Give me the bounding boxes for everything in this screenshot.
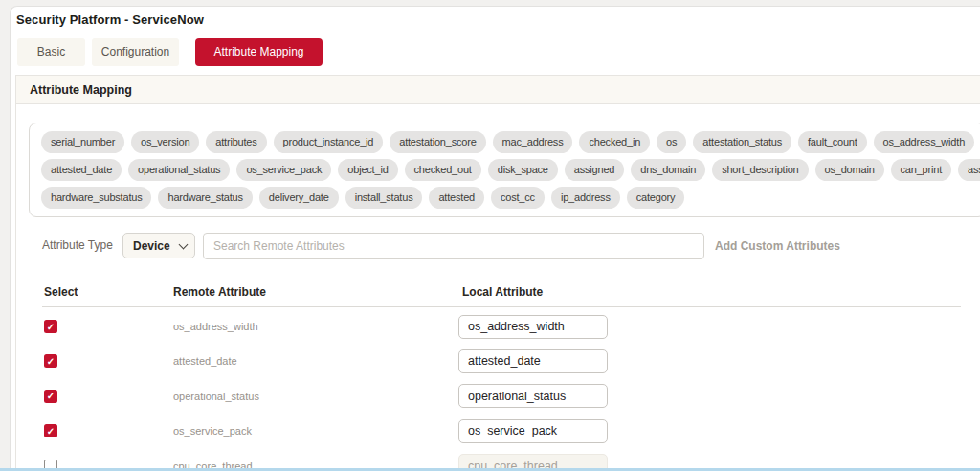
attribute-chip[interactable]: os_version: [131, 131, 199, 153]
attribute-chip[interactable]: dns_domain: [631, 159, 705, 181]
attribute-type-separator: :: [108, 233, 111, 258]
table-row: operational_status: [16, 379, 973, 414]
row-checkbox-checked[interactable]: [44, 320, 57, 333]
column-header-remote-attribute: Remote Attribute: [173, 285, 266, 299]
attribute-chip[interactable]: operational_status: [128, 159, 230, 181]
local-attribute-input[interactable]: [458, 384, 608, 408]
attribute-chip[interactable]: hardware_status: [158, 187, 252, 209]
column-header-select: Select: [44, 285, 78, 299]
table-row: os_service_pack: [16, 414, 973, 448]
mapping-rows: os_address_widthattested_dateoperational…: [16, 309, 973, 471]
attribute-chip[interactable]: attributes: [206, 131, 266, 153]
attribute-chip[interactable]: delivery_date: [259, 187, 339, 209]
table-row: attested_date: [16, 344, 973, 378]
attribute-chip[interactable]: short_description: [712, 159, 808, 181]
table-row: os_address_width: [16, 309, 973, 344]
remote-attribute-label: operational_status: [173, 379, 259, 414]
chip-row: serial_numberos_versionattributesproduct…: [41, 131, 973, 153]
attribute-chip[interactable]: asset_tag: [958, 159, 980, 181]
add-custom-attributes-link[interactable]: Add Custom Attributes: [715, 233, 840, 259]
attribute-type-selected-value: Device: [133, 239, 180, 253]
row-checkbox-checked[interactable]: [44, 424, 57, 437]
local-attribute-input[interactable]: [458, 315, 608, 339]
attribute-chip[interactable]: ip_address: [551, 187, 620, 209]
chevron-down-icon: [179, 239, 189, 249]
remote-attribute-label: attested_date: [173, 344, 237, 378]
attribute-chip[interactable]: disk_space: [488, 159, 558, 181]
attribute-chip[interactable]: attestation_status: [693, 131, 791, 153]
local-attribute-input[interactable]: [458, 419, 608, 443]
chip-row: hardware_substatushardware_statusdeliver…: [41, 187, 973, 209]
attribute-chip[interactable]: serial_number: [41, 131, 124, 153]
attribute-chip[interactable]: fault_count: [798, 131, 867, 153]
page-title: Security Platform - ServiceNow: [16, 12, 204, 27]
attribute-mapping-panel: Attribute Mapping serial_numberos_versio…: [15, 75, 980, 471]
attribute-chip[interactable]: can_print: [891, 159, 951, 181]
attribute-chip[interactable]: attested_date: [41, 159, 122, 181]
attribute-chip[interactable]: install_status: [345, 187, 423, 209]
attribute-chip[interactable]: attested: [429, 187, 484, 209]
tab-configuration[interactable]: Configuration: [92, 38, 179, 66]
attribute-chip[interactable]: product_instance_id: [274, 131, 384, 153]
attribute-chip[interactable]: category: [627, 187, 685, 209]
table-header-divider: [42, 306, 961, 307]
attribute-chip[interactable]: assigned: [565, 159, 624, 181]
row-checkbox-checked[interactable]: [44, 354, 57, 368]
screen: Security Platform - ServiceNow Basic Con…: [0, 0, 980, 471]
row-checkbox-checked[interactable]: [44, 390, 57, 403]
attribute-chip[interactable]: os_domain: [815, 159, 884, 181]
remote-attribute-label: os_address_width: [173, 309, 258, 344]
content-card: Security Platform - ServiceNow Basic Con…: [10, 6, 980, 471]
attribute-chip[interactable]: os_service_pack: [236, 159, 331, 181]
attribute-type-label: Attribute Type: [42, 233, 113, 258]
local-attribute-input[interactable]: [458, 349, 608, 373]
attribute-chip[interactable]: hardware_substatus: [41, 187, 151, 209]
attribute-type-select[interactable]: Device: [122, 233, 195, 258]
attribute-chip[interactable]: attestation_score: [390, 131, 485, 153]
attribute-chip[interactable]: mac_address: [493, 131, 573, 153]
panel-body: serial_numberos_versionattributesproduct…: [16, 104, 980, 471]
attribute-chip[interactable]: cost_cc: [491, 187, 545, 209]
panel-header: Attribute Mapping: [16, 76, 980, 104]
attribute-chip[interactable]: os_address_width: [874, 131, 974, 153]
attribute-chip[interactable]: checked_out: [405, 159, 481, 181]
search-remote-attributes-input[interactable]: [203, 233, 704, 259]
chips-box: serial_numberos_versionattributesproduct…: [29, 123, 980, 217]
tab-attribute-mapping[interactable]: Attribute Mapping: [195, 38, 323, 66]
remote-attribute-label: os_service_pack: [173, 414, 252, 448]
chip-row: attested_dateoperational_statusos_servic…: [41, 159, 973, 181]
attribute-chip[interactable]: os: [657, 131, 686, 153]
column-header-local-attribute: Local Attribute: [462, 285, 543, 299]
attribute-chip[interactable]: object_id: [338, 159, 397, 181]
panel-title: Attribute Mapping: [30, 83, 132, 97]
attribute-chip[interactable]: checked_in: [579, 131, 650, 153]
tab-basic[interactable]: Basic: [17, 38, 85, 66]
